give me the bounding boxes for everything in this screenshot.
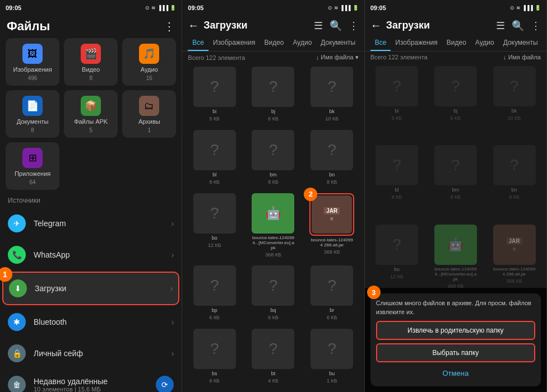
status-bar-2: 09:05 ⊙ ≋ ▐▐▐ 🔋: [182, 0, 364, 16]
file-name-3-bi: bi: [395, 108, 399, 114]
choose-folder-button[interactable]: Выбрать папку: [376, 343, 535, 362]
file-item-bl[interactable]: ? bl 8 КБ: [187, 130, 242, 190]
file-size-bs: 8 КБ: [209, 378, 220, 384]
file-item-bt[interactable]: ? bt 4 КБ: [245, 329, 301, 389]
docs-label: Документы: [17, 118, 49, 125]
sort-label-2[interactable]: ↓ Имя файла ▾: [316, 54, 359, 61]
trash-name: Недавно удалённые: [34, 377, 156, 386]
menu-icon[interactable]: ⋮: [164, 20, 175, 33]
file-item-br[interactable]: ? br 6 КБ: [304, 265, 360, 325]
file-size-3-bi: 5 КБ: [392, 115, 402, 121]
search-icon-3[interactable]: 🔍: [512, 20, 524, 32]
downloads-name: Загрузки: [35, 284, 170, 293]
file-thumb-3-apk: 🤖: [434, 225, 477, 265]
file-size-jar: 368 КБ: [324, 249, 340, 255]
file-thumb-bm: ?: [252, 130, 294, 170]
grid-item-images[interactable]: 🖼 Изображения 496: [6, 38, 59, 86]
file-item-bq[interactable]: ? bq 6 КБ: [245, 265, 301, 325]
file-item-jar-highlighted[interactable]: JAR ≡ 2 bounce-tales-1240994 286-all.jar…: [304, 193, 360, 263]
grid-item-video[interactable]: 🎬 Видео 8: [64, 38, 118, 86]
tab-all-3[interactable]: Все: [370, 35, 391, 51]
tab-docs-3[interactable]: Документы: [499, 35, 543, 51]
file-size-apk: 368 КБ: [265, 252, 281, 258]
vault-icon: 🔒: [8, 344, 26, 362]
downloads-chevron: ›: [170, 284, 173, 293]
more-icon-2[interactable]: ⋮: [349, 20, 359, 32]
grid-item-apk[interactable]: 📦 Файлы APK 5: [64, 90, 118, 138]
file-item-3-bn: ? bn 8 КБ: [486, 145, 542, 221]
file-item-bj[interactable]: ? bj 6 КБ: [245, 67, 301, 127]
bluetooth-chevron: ›: [171, 318, 174, 326]
file-name-apk: bounce-tales-1240994...[MConverter.eu].a…: [252, 235, 294, 250]
video-label: Видео: [82, 66, 100, 73]
search-icon-2[interactable]: 🔍: [330, 20, 342, 32]
source-item-whatsapp[interactable]: 📞 WhatsApp ›: [0, 239, 182, 270]
telegram-icon: ✈: [8, 214, 26, 232]
file-item-bk[interactable]: ? bk 10 КБ: [304, 67, 360, 127]
file-name-bq: bq: [270, 307, 276, 313]
grid-item-docs[interactable]: 📄 Документы 8: [6, 90, 59, 138]
trash-icon: 🗑: [8, 376, 26, 392]
tab-docs-2[interactable]: Документы: [316, 35, 360, 51]
file-item-bn[interactable]: ? bn 8 КБ: [304, 130, 360, 190]
file-size-bq: 6 КБ: [268, 315, 279, 320]
file-name-3-bj: bj: [453, 108, 457, 114]
more-icon-3[interactable]: ⋮: [531, 20, 541, 32]
file-size-bt: 4 КБ: [268, 378, 279, 384]
tab-all-2[interactable]: Все: [188, 35, 208, 51]
apk-count: 5: [89, 127, 92, 133]
source-item-telegram[interactable]: ✈ Telegram ›: [0, 208, 182, 239]
file-name-bk: bk: [330, 109, 335, 114]
grid-item-audio[interactable]: 🎵 Аудио 16: [122, 38, 176, 86]
file-item-bu[interactable]: ? bu 1 КБ: [304, 329, 360, 389]
back-button-3[interactable]: ←: [370, 19, 382, 32]
source-item-trash[interactable]: 🗑 Недавно удалённые 10 элементов | 15,6 …: [0, 369, 182, 392]
file-name-bo: bo: [212, 235, 217, 241]
list-icon-3[interactable]: ☰: [496, 20, 505, 32]
file-item-apk[interactable]: 🤖 bounce-tales-1240994...[MConverter.eu]…: [245, 193, 301, 263]
tab-images-2[interactable]: Изображения: [208, 35, 259, 51]
trash-action-icon[interactable]: ⟳: [156, 376, 174, 392]
status-icons-1: ⊙ ≋ ▐▐▐ 🔋: [145, 5, 176, 11]
telegram-name: Telegram: [34, 219, 171, 228]
tab-video-2[interactable]: Видео: [259, 35, 288, 51]
cancel-button[interactable]: Отмена: [376, 366, 535, 381]
list-icon-2[interactable]: ☰: [314, 20, 323, 32]
sim-icon-2: ⊙: [328, 5, 332, 11]
file-item-bs[interactable]: ? bs 8 КБ: [187, 329, 242, 389]
trash-sub: 10 элементов | 15,6 МБ: [34, 386, 156, 392]
apps-count: 64: [29, 179, 35, 185]
file-item-bm[interactable]: ? bm 8 КБ: [245, 130, 301, 190]
file-name-3-bk: bk: [512, 108, 517, 114]
dialog-overlay: 3 Слишком много файлов в архиве. Для про…: [365, 288, 546, 392]
source-item-downloads-wrapper: ⬇ Загрузки › 1: [2, 272, 179, 305]
file-item-bo[interactable]: ? bo 12 КБ: [187, 193, 242, 263]
source-item-bluetooth[interactable]: ✱ Bluetooth ›: [0, 306, 182, 338]
p2-actions: ☰ 🔍 ⋮: [314, 20, 359, 32]
file-item-bp[interactable]: ? bp 6 КБ: [187, 265, 242, 325]
status-bar-3: 09:05 ⊙ ≋ ▐▐▐ 🔋: [365, 0, 546, 16]
file-name-br: br: [330, 307, 334, 313]
status-time-1: 09:05: [6, 4, 21, 11]
file-name-3-bo: bo: [394, 267, 400, 272]
tab-audio-2[interactable]: Аудио: [289, 35, 317, 51]
file-size-bk: 10 КБ: [325, 116, 339, 122]
back-button-2[interactable]: ←: [188, 19, 199, 32]
extract-parent-button[interactable]: Извлечь в родительскую папку: [376, 321, 535, 340]
file-thumb-bo: ?: [193, 193, 236, 234]
video-icon: 🎬: [81, 44, 101, 64]
file-size-bo: 12 КБ: [208, 242, 221, 248]
file-thumb-bt: ?: [252, 329, 294, 369]
sort-label-3[interactable]: ↓ Имя файла: [503, 54, 541, 60]
file-thumb-bs: ?: [193, 329, 236, 369]
file-item-bi[interactable]: ? bi 5 КБ: [187, 67, 242, 127]
source-item-downloads[interactable]: ⬇ Загрузки ›: [3, 273, 178, 304]
file-count-row-2: Всего 122 элемента ↓ Имя файла ▾: [182, 52, 364, 63]
grid-item-archives[interactable]: 🗂 Архивы 1: [122, 90, 176, 138]
tab-video-3[interactable]: Видео: [442, 35, 471, 51]
file-thumb-bl: ?: [193, 130, 236, 170]
tab-audio-3[interactable]: Аудио: [471, 35, 499, 51]
grid-item-apps[interactable]: ⊞ Приложения 64: [6, 142, 59, 190]
source-item-vault[interactable]: 🔒 Личный сейф ›: [0, 338, 182, 369]
tab-images-3[interactable]: Изображения: [391, 35, 442, 51]
